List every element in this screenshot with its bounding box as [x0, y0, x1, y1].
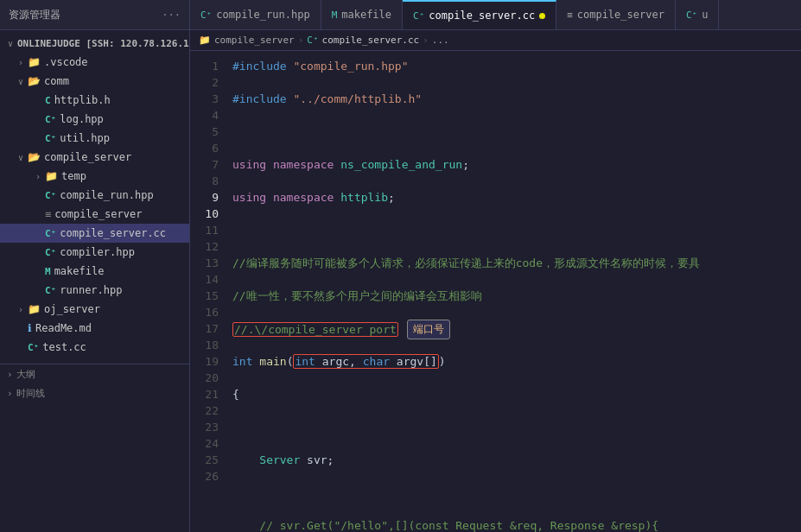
code-content[interactable]: #include "compile_run.hpp" #include "../… — [229, 51, 801, 532]
editor-area: 📁 compile_server › C⁺ compile_server.cc … — [190, 30, 801, 532]
app-window: 资源管理器 ··· C⁺ compile_run.hpp M makefile … — [0, 0, 801, 532]
sidebar-header-tab: 资源管理器 ··· — [0, 0, 190, 29]
makefile-icon: M — [45, 266, 51, 277]
tab-label: u — [702, 9, 708, 21]
tree-item-runner-hpp[interactable]: C⁺ runner.hpp — [0, 281, 189, 300]
tree-item-compile-server-folder[interactable]: ∨ 📂 compile_server — [0, 148, 189, 167]
root-label: ONLINEJUDGE [SSH: 120.78.126.148] — [17, 38, 189, 49]
breadcrumb-part2: compile_server.cc — [322, 35, 420, 46]
cpp-file-icon: C⁺ — [28, 342, 39, 353]
folder-open-icon: 📂 — [28, 75, 41, 87]
item-label: log.hpp — [60, 113, 104, 125]
tree-root[interactable]: ∨ ONLINEJUDGE [SSH: 120.78.126.148] — [0, 34, 189, 53]
code-editor[interactable]: 1 2 3 4 5 6 7 8 9 10 11 12 13 14 15 16 1 — [190, 51, 801, 532]
breadcrumb-sep2: › — [423, 35, 429, 46]
cpp-file-icon: C⁺ — [45, 228, 56, 239]
item-label: httplib.h — [54, 94, 111, 106]
item-label: compile_server — [44, 151, 131, 163]
tree-item-vscode[interactable]: › 📁 .vscode — [0, 53, 189, 72]
tab-compile-server[interactable]: ≡ compile_server — [556, 0, 676, 29]
tab-label: compile_server — [577, 9, 664, 21]
tree-item-util[interactable]: C⁺ util.hpp — [0, 129, 189, 148]
item-label: compile_server — [54, 208, 142, 220]
makefile-icon: M — [332, 10, 338, 21]
folder-icon: 📁 — [28, 56, 41, 68]
cpp-file-icon: C⁺ — [200, 10, 212, 21]
file-breadcrumb-icon: C⁺ — [307, 35, 318, 46]
cpp-file-icon: C⁺ — [45, 247, 56, 258]
item-label: compiler.hpp — [60, 246, 135, 258]
cpp-file-icon: C⁺ — [45, 133, 56, 144]
breadcrumb: 📁 compile_server › C⁺ compile_server.cc … — [190, 30, 801, 51]
tree-item-makefile[interactable]: M makefile — [0, 262, 189, 281]
section-label: 时间线 — [16, 387, 45, 400]
arrow-icon: › — [14, 58, 28, 67]
cpp-file-icon: C⁺ — [413, 10, 424, 22]
section-arrow: › — [7, 388, 13, 399]
item-label: .vscode — [44, 56, 88, 68]
tree-item-httplib[interactable]: C httplib.h — [0, 91, 189, 110]
sidebar-section-timeline[interactable]: › 时间线 — [0, 383, 189, 402]
item-label: compile_run.hpp — [60, 189, 153, 201]
tab-compile-run-hpp[interactable]: C⁺ compile_run.hpp — [190, 0, 321, 29]
c-file-icon: C — [45, 95, 51, 106]
item-label: ReadMe.md — [35, 322, 92, 334]
sidebar: ∨ ONLINEJUDGE [SSH: 120.78.126.148] › 📁 … — [0, 30, 190, 532]
sidebar-title-label: 资源管理器 — [9, 8, 60, 22]
tab-label: makefile — [341, 9, 391, 21]
tree-item-compile-server-file[interactable]: ≡ compile_server — [0, 205, 189, 224]
folder-icon: 📁 — [45, 170, 58, 182]
unsaved-indicator — [539, 13, 545, 19]
main-layout: ∨ ONLINEJUDGE [SSH: 120.78.126.148] › 📁 … — [0, 30, 801, 532]
section-arrow: › — [7, 369, 13, 380]
section-label: 大纲 — [16, 368, 35, 381]
tree-item-test-cc[interactable]: C⁺ test.cc — [0, 338, 189, 357]
arrow-icon: ∨ — [14, 153, 28, 162]
plain-file-icon: ≡ — [567, 10, 573, 21]
tab-label: compile_run.hpp — [216, 9, 309, 21]
arrow-icon: › — [31, 172, 45, 181]
tab-compile-server-cc[interactable]: C⁺ compile_server.cc — [403, 0, 556, 29]
plain-file-icon: ≡ — [45, 208, 51, 220]
arrow-icon: ∨ — [14, 77, 28, 86]
file-tree: ∨ ONLINEJUDGE [SSH: 120.78.126.148] › 📁 … — [0, 30, 189, 532]
tree-item-compile-run-hpp[interactable]: C⁺ compile_run.hpp — [0, 186, 189, 205]
item-label: temp — [61, 170, 86, 182]
tab-extra[interactable]: C⁺ u — [676, 0, 719, 29]
cpp-file-icon: C⁺ — [45, 285, 56, 296]
sidebar-section-outline[interactable]: › 大纲 — [0, 364, 189, 383]
folder-breadcrumb-icon: 📁 — [199, 35, 211, 46]
tree-item-readme[interactable]: ℹ ReadMe.md — [0, 319, 189, 338]
tab-label: compile_server.cc — [429, 10, 535, 22]
folder-open-icon: 📂 — [28, 151, 41, 163]
cpp-file-icon: C⁺ — [45, 190, 56, 201]
line-numbers: 1 2 3 4 5 6 7 8 9 10 11 12 13 14 15 16 1 — [190, 51, 229, 532]
info-icon: ℹ — [28, 322, 32, 334]
cpp-file-icon: C⁺ — [45, 114, 56, 125]
tab-makefile[interactable]: M makefile — [321, 0, 403, 29]
folder-icon: 📁 — [28, 303, 41, 315]
item-label: test.cc — [42, 341, 86, 353]
tree-item-compile-server-cc[interactable]: C⁺ compile_server.cc — [0, 224, 189, 243]
arrow-icon: › — [14, 305, 28, 314]
arrow-icon: ∨ — [3, 39, 17, 48]
item-label: runner.hpp — [60, 284, 122, 296]
item-label: oj_server — [44, 303, 100, 315]
sidebar-dots[interactable]: ··· — [162, 9, 181, 21]
tree-item-compiler-hpp[interactable]: C⁺ compiler.hpp — [0, 243, 189, 262]
tree-item-temp[interactable]: › 📁 temp — [0, 167, 189, 186]
item-label: util.hpp — [60, 132, 110, 144]
item-label: compile_server.cc — [60, 227, 166, 239]
item-label: makefile — [54, 265, 105, 277]
tree-item-comm[interactable]: ∨ 📂 comm — [0, 72, 189, 91]
item-label: comm — [44, 75, 69, 87]
breadcrumb-part3: ... — [432, 35, 449, 46]
tree-item-log[interactable]: C⁺ log.hpp — [0, 110, 189, 129]
breadcrumb-sep1: › — [298, 35, 304, 46]
tab-bar: 资源管理器 ··· C⁺ compile_run.hpp M makefile … — [0, 0, 801, 30]
breadcrumb-part1: compile_server — [214, 35, 295, 46]
cpp-icon-extra: C⁺ — [686, 10, 697, 21]
tree-item-oj-server[interactable]: › 📁 oj_server — [0, 300, 189, 319]
